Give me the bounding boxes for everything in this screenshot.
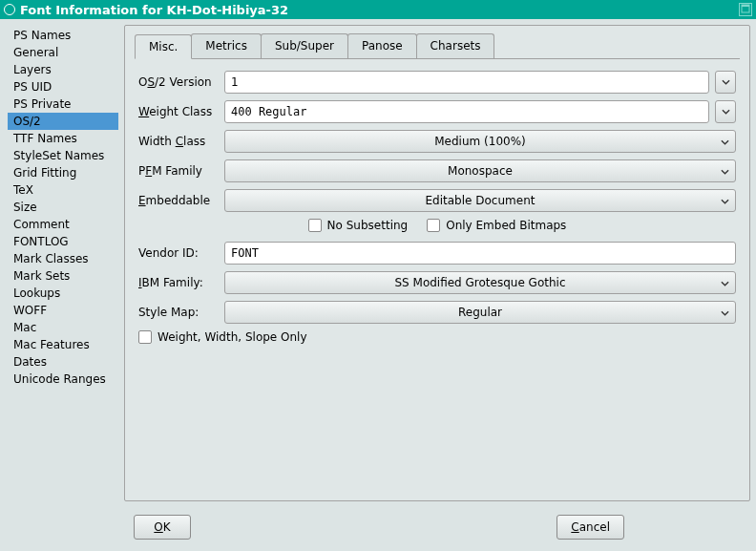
sidebar-item[interactable]: StyleSet Names [8, 147, 118, 164]
no-subsetting-label: No Subsetting [327, 219, 409, 232]
sidebar-item[interactable]: OS/2 [8, 113, 118, 130]
pfm-family-value: Monospace [448, 164, 513, 178]
sidebar-item[interactable]: Mac Features [8, 336, 118, 353]
tab[interactable]: Misc. [135, 34, 192, 59]
checkbox-box [427, 219, 440, 232]
pfm-family-label: PFM Family [138, 164, 219, 178]
app-icon [4, 4, 15, 15]
tab[interactable]: Charsets [416, 33, 495, 58]
sidebar-item[interactable]: Lookups [8, 285, 118, 302]
sidebar-item[interactable]: PS Names [8, 27, 118, 44]
window: Font Information for KH-Dot-Hibiya-32 PS… [0, 0, 756, 551]
style-map-value: Regular [458, 306, 502, 319]
width-class-label: Width Class [138, 135, 219, 148]
sidebar-item[interactable]: Mac [8, 319, 118, 336]
sidebar-item[interactable]: WOFF [8, 302, 118, 319]
chevron-down-icon [721, 281, 729, 286]
os2-version-input[interactable] [224, 71, 709, 94]
pfm-family-select[interactable]: Monospace [224, 159, 736, 182]
sidebar-item[interactable]: PS UID [8, 78, 118, 95]
os2-version-dropdown-button[interactable] [715, 71, 736, 94]
sidebar-item[interactable]: Layers [8, 61, 118, 78]
sidebar-item[interactable]: Size [8, 199, 118, 216]
ok-button[interactable]: OK [134, 515, 191, 540]
sidebar-item[interactable]: Dates [8, 353, 118, 371]
sidebar-item[interactable]: Mark Sets [8, 267, 118, 285]
sidebar-item[interactable]: TeX [8, 181, 118, 199]
form-area: OS/2 Version Weight Class Width Class Me… [125, 59, 749, 500]
chevron-down-icon [721, 199, 729, 204]
no-subsetting-checkbox[interactable]: No Subsetting [308, 219, 409, 232]
sidebar-item[interactable]: Mark Classes [8, 250, 118, 267]
embeddable-label: Embeddable [138, 194, 219, 207]
tabbar: Misc.MetricsSub/SuperPanoseCharsets [125, 26, 749, 58]
main-panel: Misc.MetricsSub/SuperPanoseCharsets OS/2… [124, 25, 750, 501]
vendor-id-input[interactable] [224, 242, 736, 265]
checkbox-box [308, 219, 322, 232]
chevron-down-icon [721, 169, 729, 175]
sidebar-item[interactable]: Comment [8, 216, 118, 233]
width-class-select[interactable]: Medium (100%) [224, 130, 736, 153]
wws-label: Weight, Width, Slope Only [158, 330, 307, 344]
chevron-down-icon [722, 79, 730, 85]
chevron-down-icon [721, 139, 729, 145]
tab[interactable]: Sub/Super [261, 33, 348, 58]
weight-class-input[interactable] [224, 100, 709, 123]
checkbox-box [138, 330, 152, 344]
only-embed-bitmaps-label: Only Embed Bitmaps [446, 219, 566, 232]
weight-class-dropdown-button[interactable] [715, 100, 736, 123]
titlebar: Font Information for KH-Dot-Hibiya-32 [0, 0, 756, 19]
ibm-family-label: IBM Family: [138, 276, 219, 289]
maximize-button[interactable] [739, 3, 752, 16]
sidebar-item[interactable]: Grid Fitting [8, 164, 118, 181]
sidebar-item[interactable]: FONTLOG [8, 233, 118, 250]
footer: OK Cancel [0, 507, 756, 551]
os2-version-label: OS/2 Version [138, 75, 219, 89]
only-embed-bitmaps-checkbox[interactable]: Only Embed Bitmaps [427, 219, 566, 232]
svg-rect-1 [742, 5, 749, 7]
sidebar-item[interactable]: TTF Names [8, 130, 118, 147]
wws-checkbox[interactable]: Weight, Width, Slope Only [138, 330, 307, 344]
chevron-down-icon [721, 310, 729, 316]
chevron-down-icon [722, 109, 730, 115]
style-map-label: Style Map: [138, 306, 219, 319]
body: PS NamesGeneralLayersPS UIDPS PrivateOS/… [0, 19, 756, 507]
embeddable-value: Editable Document [426, 194, 536, 207]
tab[interactable]: Metrics [191, 33, 262, 58]
sidebar-item[interactable]: General [8, 44, 118, 61]
ibm-family-value: SS Modified Grotesque Gothic [394, 276, 565, 289]
width-class-value: Medium (100%) [434, 135, 525, 148]
sidebar-item[interactable]: Unicode Ranges [8, 371, 118, 388]
embeddable-select[interactable]: Editable Document [224, 189, 736, 212]
vendor-id-label: Vendor ID: [138, 246, 219, 260]
ibm-family-select[interactable]: SS Modified Grotesque Gothic [224, 271, 736, 294]
sidebar-item[interactable]: PS Private [8, 95, 118, 113]
sidebar: PS NamesGeneralLayersPS UIDPS PrivateOS/… [6, 25, 120, 501]
weight-class-label: Weight Class [138, 105, 219, 118]
window-title: Font Information for KH-Dot-Hibiya-32 [20, 3, 288, 17]
tab[interactable]: Panose [347, 33, 417, 58]
style-map-select[interactable]: Regular [224, 301, 736, 324]
cancel-button[interactable]: Cancel [556, 515, 624, 540]
